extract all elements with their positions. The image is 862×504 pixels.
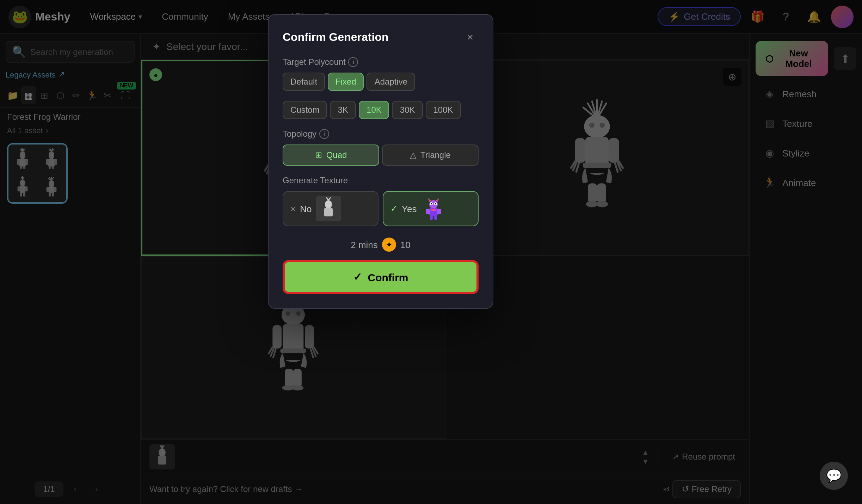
main-layout: 🔍 Legacy Assets ↗ 📁 ▦ ⊞ ⬡ ✏ 🏃 ✂ ⛶ NEW Fo…: [0, 34, 862, 504]
yes-texture-preview: [421, 196, 446, 221]
svg-rect-116: [431, 209, 436, 211]
default-polycount-btn[interactable]: Default: [283, 73, 325, 91]
triangle-icon: △: [410, 150, 416, 160]
cost-credits-label: 10: [400, 239, 411, 250]
triangle-topology-btn[interactable]: △ Triangle: [382, 145, 479, 166]
confirm-label: Confirm: [368, 271, 408, 283]
yes-texture-option[interactable]: ✓ Yes: [383, 191, 479, 226]
modal-close-button[interactable]: ×: [462, 29, 479, 46]
polycount-value-group: Custom 3K 10K 30K 100K: [283, 101, 479, 119]
svg-point-110: [435, 203, 436, 204]
chat-bubble-button[interactable]: 💬: [820, 462, 848, 490]
cost-row: 2 mins ✦ 10: [283, 238, 479, 252]
modal-overlay: Confirm Generation × Target Polycount i …: [0, 0, 862, 504]
yes-texture-label: Yes: [402, 203, 417, 214]
texture-options-row: × No ✓ Yes: [283, 191, 479, 226]
cost-time-label: 2 mins: [351, 239, 378, 250]
svg-rect-112: [426, 209, 430, 214]
no-texture-x-icon: ×: [290, 203, 296, 214]
100k-value-btn[interactable]: 100K: [426, 101, 461, 119]
topology-label: Topology i: [283, 129, 479, 139]
confirm-button[interactable]: ✓ Confirm: [283, 260, 479, 294]
adaptive-polycount-btn[interactable]: Adaptive: [367, 73, 415, 91]
svg-rect-113: [437, 209, 441, 214]
svg-point-101: [325, 200, 332, 209]
yes-texture-check-icon: ✓: [390, 204, 398, 214]
custom-value-btn[interactable]: Custom: [283, 101, 327, 119]
topology-group: ⊞ Quad △ Triangle: [283, 145, 479, 166]
svg-point-109: [431, 203, 432, 204]
fixed-polycount-btn[interactable]: Fixed: [328, 73, 364, 91]
modal-title: Confirm Generation: [283, 31, 388, 44]
confirm-generation-modal: Confirm Generation × Target Polycount i …: [268, 14, 493, 309]
target-polycount-label: Target Polycount i: [283, 57, 479, 67]
topology-info-icon: i: [319, 129, 329, 139]
confirm-check-icon: ✓: [353, 271, 362, 283]
polycount-info-icon: i: [349, 57, 358, 67]
svg-rect-115: [434, 216, 437, 220]
30k-value-btn[interactable]: 30K: [392, 101, 423, 119]
no-texture-preview: [316, 196, 341, 221]
svg-rect-102: [324, 208, 333, 216]
10k-value-btn[interactable]: 10K: [359, 101, 389, 119]
modal-header: Confirm Generation ×: [283, 29, 479, 46]
quad-label: Quad: [326, 150, 347, 160]
no-texture-label: No: [300, 203, 312, 214]
no-texture-option[interactable]: × No: [283, 191, 378, 226]
triangle-label: Triangle: [420, 150, 451, 160]
3k-value-btn[interactable]: 3K: [330, 101, 356, 119]
svg-rect-114: [430, 216, 433, 220]
quad-topology-btn[interactable]: ⊞ Quad: [283, 145, 379, 166]
generate-texture-label: Generate Texture: [283, 176, 479, 185]
polycount-type-group: Default Fixed Adaptive: [283, 73, 479, 91]
coin-icon: ✦: [382, 238, 396, 252]
quad-icon: ⊞: [315, 150, 322, 160]
